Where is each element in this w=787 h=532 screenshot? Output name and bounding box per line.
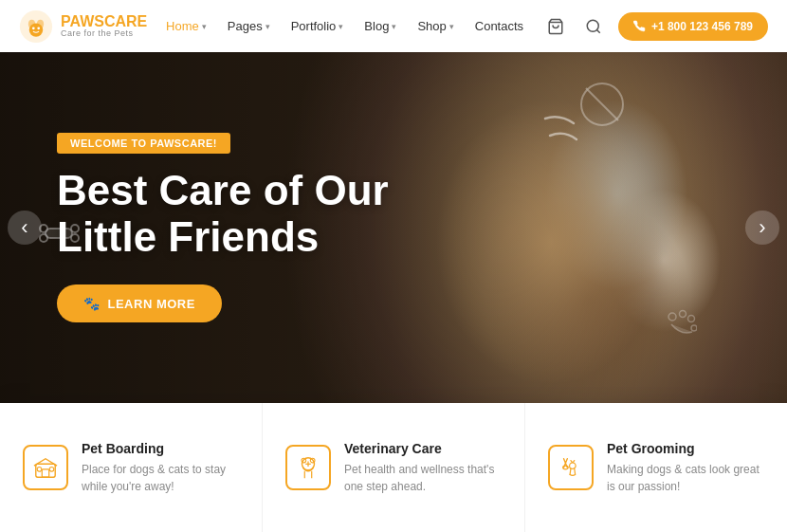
nav-item-pages[interactable]: Pages ▾ [228,19,270,33]
svg-rect-20 [42,469,48,477]
hero-badge: WELCOME TO PAWSCARE! [57,133,230,154]
learn-more-label: LEARN MORE [108,297,195,311]
veterinary-icon [296,455,320,480]
chevron-down-icon: ▾ [202,22,207,31]
hero-title: Best Care of Our Little Friends [57,167,389,261]
nav-links: Home ▾ Pages ▾ Portfolio ▾ Blog ▾ Shop [166,19,523,33]
boarding-icon [33,455,58,480]
svg-point-15 [668,313,676,321]
boarding-title: Pet Boarding [82,441,239,456]
phone-icon [633,20,646,32]
logo-name: PAWSCARE [61,13,147,30]
nav-item-portfolio[interactable]: Portfolio ▾ [291,19,344,33]
boarding-description: Place for dogs & cats to stay while you'… [82,461,239,495]
chevron-down-icon: ▾ [449,22,454,31]
nav-link-shop[interactable]: Shop ▾ [417,19,453,33]
grooming-icon [558,455,583,480]
nav-item-blog[interactable]: Blog ▾ [364,19,396,33]
chevron-down-icon: ▾ [265,22,270,31]
logo-tagline: Care for the Pets [61,29,147,39]
nav-link-contacts[interactable]: Contacts [475,19,523,33]
nav-link-pages[interactable]: Pages ▾ [228,19,270,33]
grooming-text: Pet Grooming Making dogs & cats look gre… [607,441,764,495]
service-card-boarding: Pet Boarding Place for dogs & cats to st… [0,403,263,532]
circle-decoration [578,81,626,132]
nav-link-blog[interactable]: Blog ▾ [364,19,396,33]
nav-item-shop[interactable]: Shop ▾ [417,19,453,33]
svg-point-4 [32,27,35,29]
chevron-down-icon: ▾ [339,22,343,31]
boarding-icon-container [23,445,68,490]
lines-decoration [540,109,578,170]
paw-icon: 🐾 [83,296,101,311]
nav-item-home[interactable]: Home ▾ [166,19,207,33]
search-icon [585,18,602,35]
grooming-title: Pet Grooming [607,441,764,456]
svg-point-22 [49,468,54,472]
svg-point-5 [37,27,40,29]
nav-right: +1 800 123 456 789 [542,12,768,41]
logo-text: PAWSCARE Care for the Pets [61,13,147,39]
logo[interactable]: PAWSCARE Care for the Pets [19,9,147,44]
navbar: PAWSCARE Care for the Pets Home ▾ Pages … [0,0,787,52]
grooming-icon-container [548,445,594,490]
search-button[interactable] [580,13,607,40]
logo-icon [19,9,53,44]
hero-section: WELCOME TO PAWSCARE! Best Care of Our Li… [0,52,787,403]
cart-button[interactable] [542,13,569,40]
svg-point-3 [29,23,43,36]
phone-button[interactable]: +1 800 123 456 789 [618,12,768,41]
cart-icon [547,18,564,35]
services-section: Pet Boarding Place for dogs & cats to st… [0,403,787,532]
grooming-description: Making dogs & cats look great is our pas… [607,461,764,495]
svg-point-18 [691,325,697,331]
svg-point-7 [587,20,598,31]
boarding-text: Pet Boarding Place for dogs & cats to st… [82,441,239,495]
nav-item-contacts[interactable]: Contacts [475,19,523,33]
svg-point-16 [680,311,686,318]
svg-line-14 [586,88,618,120]
phone-number: +1 800 123 456 789 [651,20,753,33]
service-card-veterinary: Veterinary Care Pet health and wellness … [263,403,525,532]
hero-content: WELCOME TO PAWSCARE! Best Care of Our Li… [0,133,446,323]
chevron-down-icon: ▾ [392,22,396,31]
svg-point-29 [570,463,577,469]
nav-link-portfolio[interactable]: Portfolio ▾ [291,19,344,33]
veterinary-text: Veterinary Care Pet health and wellness … [344,441,502,495]
prev-arrow-icon: ‹ [21,217,27,238]
veterinary-description: Pet health and wellness that's one step … [344,461,502,495]
veterinary-icon-container [285,445,331,490]
paw-decoration [664,309,697,346]
veterinary-title: Veterinary Care [344,441,502,456]
hero-next-button[interactable]: › [745,211,779,245]
nav-link-home[interactable]: Home ▾ [166,19,207,33]
learn-more-button[interactable]: 🐾 LEARN MORE [57,284,222,322]
next-arrow-icon: › [759,217,765,238]
svg-rect-19 [36,464,55,477]
svg-point-17 [688,316,695,322]
service-card-grooming: Pet Grooming Making dogs & cats look gre… [525,403,787,532]
svg-point-21 [37,468,42,472]
hero-prev-button[interactable]: ‹ [8,211,42,245]
